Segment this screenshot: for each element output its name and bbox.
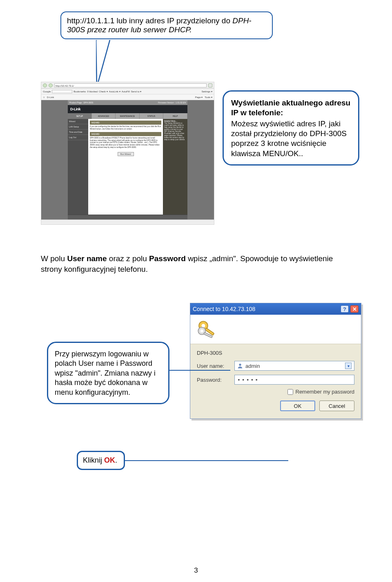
login-dialog: Connect to 10.42.73.108 ? ✕ DPH-300S Use… — [190, 303, 361, 419]
bold-user-name: User name — [67, 254, 107, 263]
side-logout[interactable]: Log Out — [68, 135, 88, 140]
google-search-input[interactable] — [52, 90, 72, 93]
side-wizard[interactable]: Wizard — [68, 119, 88, 124]
svg-point-4 — [200, 329, 203, 332]
tab-setup[interactable]: SETUP — [68, 113, 92, 119]
dlink-title-bar: Product Page : DPH-300S Firmware Version… — [68, 100, 187, 105]
firmware-label: Firmware Version : 1.01.02.EN — [158, 101, 186, 104]
url-text: http://10.1.1.1 — [67, 16, 114, 25]
speech-rest2: przez router lub serwer DHCP. — [85, 25, 192, 34]
browser-address-bar: http://10.42.73.1/ — [41, 82, 214, 89]
dlink-logo-bar: D-Link — [68, 105, 187, 113]
callout-first-login: Przy pierwszym logowaniu w polach User n… — [47, 342, 169, 404]
check-btn[interactable]: Check ▾ — [99, 90, 108, 93]
blocked-label: 0 blocked — [87, 90, 98, 93]
ie-command-bar: ☆ D-Link Page ▾ Tools ▾ — [41, 94, 214, 100]
bold-password: Password — [149, 254, 186, 263]
password-value: ••••• — [237, 377, 259, 383]
forward-icon[interactable] — [49, 83, 53, 87]
wizard-text2: DPH-300S is a Broadband IP/DECT Phone id… — [90, 137, 161, 149]
callout-ip-display-info: Wyświetlanie aktualnego adresu IP w tele… — [223, 90, 359, 166]
remember-label: Remember my password — [296, 389, 355, 395]
google-toolbar: Google Bookmarks 0 blocked Check ▾ AutoL… — [41, 89, 214, 94]
cancel-button[interactable]: Cancel — [319, 401, 354, 411]
speech-rest: lub inny adres IP przydzielony do — [114, 16, 232, 25]
user-name-label: User name: — [197, 363, 234, 369]
callout-click-ok: Kliknij OK. — [77, 451, 125, 470]
tab-advanced[interactable]: ADVANCED — [92, 113, 116, 119]
login-titlebar: Connect to 10.42.73.108 ? ✕ — [190, 303, 361, 315]
bookmarks-btn[interactable]: Bookmarks — [74, 90, 86, 93]
sendto-btn[interactable]: Send to ▾ — [131, 90, 141, 93]
go-icon[interactable] — [208, 83, 212, 87]
wizard-text1: If you are configuring this device for t… — [90, 125, 161, 130]
wizard-header: WIZARD — [90, 121, 161, 125]
user-name-value: admin — [245, 363, 260, 369]
settings-btn[interactable]: Settings ▾ — [202, 90, 212, 93]
user-name-field[interactable]: admin ▾ — [234, 361, 354, 371]
login-device-label: DPH-300S — [197, 350, 354, 356]
side-lan[interactable]: LAN Setup — [68, 124, 88, 130]
url-field[interactable]: http://10.42.73.1/ — [54, 83, 207, 87]
close-icon[interactable]: ✕ — [350, 305, 359, 313]
autofill-btn[interactable]: AutoFill — [122, 90, 130, 93]
instruction-paragraph: W polu User name oraz z polu Password wp… — [41, 253, 355, 274]
ok-button[interactable]: OK — [280, 401, 315, 411]
dlink-tabs: SETUP ADVANCED MAINTENANCE STATUS HELP — [68, 113, 187, 119]
dlink-sidenav: Wizard LAN Setup Time and Date Log Out — [68, 119, 88, 215]
svg-point-6 — [239, 364, 241, 366]
keys-icon — [195, 318, 219, 341]
help-icon[interactable]: ? — [341, 305, 349, 313]
password-label: Password: — [197, 377, 234, 383]
dlink-logo: D-Link — [70, 107, 80, 111]
browser-screenshot: http://10.42.73.1/ Google Bookmarks 0 bl… — [41, 82, 214, 225]
dlink-footer — [68, 215, 187, 219]
page-menu[interactable]: Page ▾ — [195, 96, 203, 98]
tools-menu[interactable]: Tools ▾ — [205, 96, 212, 98]
tab-status[interactable]: STATUS — [140, 113, 164, 119]
tab-maintenance[interactable]: MAINTENANCE — [116, 113, 140, 119]
login-icon-row — [190, 315, 361, 344]
user-icon — [237, 363, 243, 369]
run-wizard-button[interactable]: Run Wizard — [118, 152, 134, 156]
wizard-header2: WIZARD — [90, 132, 161, 136]
speech-bubble-url: http://10.1.1.1 lub inny adres IP przydz… — [60, 11, 273, 39]
google-label: Google — [43, 90, 51, 93]
dlink-help-column: Helpful Hints… The Setup Wizard is a use… — [163, 119, 187, 215]
help-text: The Setup Wizard is a useful and easy ut… — [164, 122, 186, 141]
autolink-btn[interactable]: AutoLink ▾ — [109, 90, 120, 93]
chevron-down-icon[interactable]: ▾ — [345, 363, 352, 369]
ok-red: OK — [104, 456, 115, 464]
back-icon[interactable] — [43, 83, 47, 87]
product-label: Product Page : DPH-300S — [69, 101, 93, 104]
connector-line-ok — [125, 460, 288, 461]
connector-line — [169, 370, 230, 371]
page-number: 3 — [0, 566, 392, 575]
side-time[interactable]: Time and Date — [68, 130, 88, 135]
callout-title: Wyświetlanie aktualnego adresu IP w tele… — [231, 98, 351, 118]
remember-checkbox[interactable] — [287, 389, 293, 395]
browser-status-bar — [41, 219, 214, 224]
callout-first-login-text: Przy pierwszym logowaniu w polach User n… — [55, 350, 156, 396]
password-field[interactable]: ••••• — [234, 375, 354, 385]
callout-body: Możesz wyświetlić adres IP, jaki został … — [231, 119, 351, 159]
tab-help[interactable]: HELP — [163, 113, 187, 119]
tab-label: ☆ D-Link — [43, 96, 54, 98]
login-title: Connect to 10.42.73.108 — [193, 306, 255, 312]
cmd-right: Page ▾ Tools ▾ — [195, 96, 212, 98]
